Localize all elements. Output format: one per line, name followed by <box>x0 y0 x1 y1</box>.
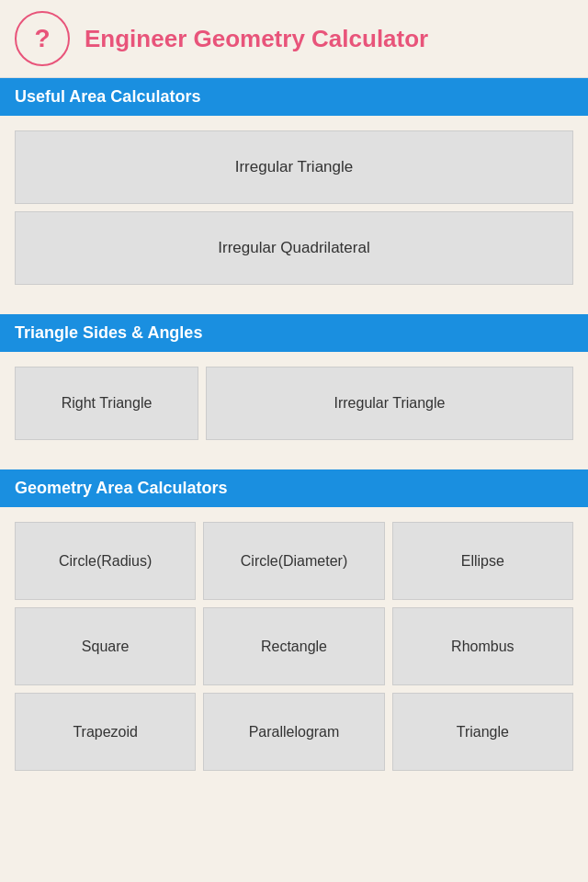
useful-area-grid: Irregular Triangle Irregular Quadrilater… <box>15 130 573 285</box>
triangle-button[interactable]: Triangle <box>392 693 573 771</box>
useful-area-content: Irregular Triangle Irregular Quadrilater… <box>0 116 588 292</box>
geometry-row-2: Square Rectangle Rhombus <box>15 607 573 685</box>
geometry-row-3: Trapezoid Parallelogram Triangle <box>15 693 573 771</box>
irregular-triangle-button[interactable]: Irregular Triangle <box>15 130 573 204</box>
useful-area-header: Useful Area Calculators <box>0 78 588 116</box>
triangle-sides-grid: Right Triangle Irregular Triangle <box>15 367 573 440</box>
circle-radius-button[interactable]: Circle(Radius) <box>15 522 196 600</box>
circle-diameter-button[interactable]: Circle(Diameter) <box>203 522 384 600</box>
geometry-area-header: Geometry Area Calculators <box>0 469 588 507</box>
geometry-area-section: Geometry Area Calculators Circle(Radius)… <box>0 469 588 778</box>
trapezoid-button[interactable]: Trapezoid <box>15 693 196 771</box>
help-icon[interactable]: ? <box>15 11 70 66</box>
square-button[interactable]: Square <box>15 607 196 685</box>
irregular-quadrilateral-button[interactable]: Irregular Quadrilateral <box>15 211 573 285</box>
useful-area-section: Useful Area Calculators Irregular Triang… <box>0 78 588 292</box>
geometry-row-1: Circle(Radius) Circle(Diameter) Ellipse <box>15 522 573 600</box>
geometry-area-content: Circle(Radius) Circle(Diameter) Ellipse … <box>0 507 588 778</box>
parallelogram-button[interactable]: Parallelogram <box>203 693 384 771</box>
triangle-sides-header: Triangle Sides & Angles <box>0 314 588 352</box>
irregular-triangle-sides-button[interactable]: Irregular Triangle <box>206 367 573 440</box>
rectangle-button[interactable]: Rectangle <box>203 607 384 685</box>
app-header: ? Engineer Geometry Calculator <box>0 0 588 78</box>
ellipse-button[interactable]: Ellipse <box>392 522 573 600</box>
triangle-sides-content: Right Triangle Irregular Triangle <box>0 352 588 447</box>
right-triangle-button[interactable]: Right Triangle <box>15 367 198 440</box>
triangle-sides-section: Triangle Sides & Angles Right Triangle I… <box>0 314 588 447</box>
app-title: Engineer Geometry Calculator <box>85 25 428 53</box>
rhombus-button[interactable]: Rhombus <box>392 607 573 685</box>
